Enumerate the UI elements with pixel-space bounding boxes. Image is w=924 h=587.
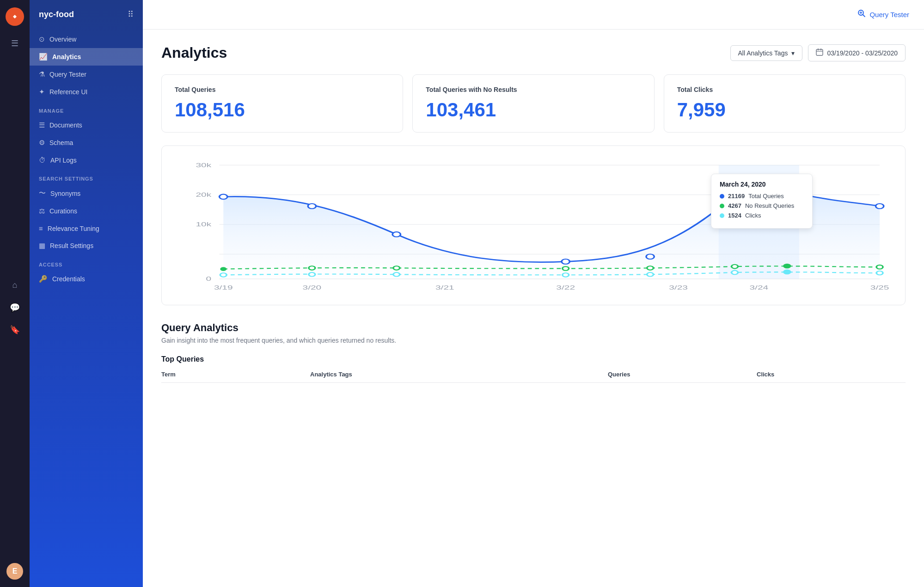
chart-tooltip: March 24, 2020 21169 Total Queries 4267 … bbox=[711, 174, 813, 229]
hamburger-icon[interactable]: ☰ bbox=[6, 35, 23, 52]
svg-point-29 bbox=[393, 266, 400, 270]
stat-card-clicks: Total Clicks 7,959 bbox=[664, 74, 906, 133]
tooltip-dot-noresult bbox=[720, 204, 724, 208]
user-avatar[interactable]: E bbox=[6, 563, 23, 580]
query-tester-button[interactable]: Query Tester bbox=[857, 9, 909, 20]
sidebar-item-label-result-settings: Result Settings bbox=[50, 242, 93, 249]
documents-icon: ☰ bbox=[39, 121, 45, 129]
svg-rect-5 bbox=[816, 49, 823, 55]
chat-icon[interactable]: 💬 bbox=[6, 299, 23, 316]
relevance-tuning-icon: ≡ bbox=[39, 224, 43, 232]
app-name: nyc-food bbox=[39, 10, 74, 19]
bookmark-icon[interactable]: 🔖 bbox=[6, 321, 23, 338]
svg-point-39 bbox=[647, 272, 654, 277]
grid-icon[interactable]: ⠿ bbox=[128, 9, 134, 19]
chart-container: 30k 20k 10k 0 bbox=[161, 145, 906, 305]
tooltip-dot-clicks bbox=[720, 213, 724, 218]
tooltip-row-noresult: 4267 No Result Queries bbox=[720, 202, 804, 209]
date-range-label: 03/19/2020 - 03/25/2020 bbox=[827, 49, 898, 57]
icon-bar: ☰ ⌂ 💬 🔖 E bbox=[0, 0, 30, 587]
overview-icon: ⊙ bbox=[39, 35, 45, 43]
tooltip-queries-label: Total Queries bbox=[748, 193, 784, 200]
sidebar-nav: ⊙ Overview 📈 Analytics ⚗ Query Tester ✦ … bbox=[30, 27, 143, 291]
query-tester-topbar-icon bbox=[857, 9, 866, 20]
svg-point-26 bbox=[875, 204, 883, 209]
tags-dropdown-button[interactable]: All Analytics Tags ▾ bbox=[730, 45, 803, 61]
query-analytics-section: Query Analytics Gain insight into the mo… bbox=[161, 322, 906, 383]
analytics-icon: 📈 bbox=[39, 53, 48, 61]
calendar-icon bbox=[816, 48, 823, 57]
header-controls: All Analytics Tags ▾ 03/19/2020 - 03/25/… bbox=[730, 44, 906, 61]
tooltip-clicks-label: Clicks bbox=[745, 212, 761, 219]
stat-label-1: Total Queries with No Results bbox=[426, 86, 641, 93]
stat-value-2: 7,959 bbox=[677, 99, 892, 121]
svg-text:3/20: 3/20 bbox=[303, 284, 322, 291]
table-header-term: Term bbox=[161, 371, 310, 378]
table-header-clicks: Clicks bbox=[757, 371, 906, 378]
svg-point-40 bbox=[732, 271, 738, 275]
main-content: Query Tester Analytics All Analytics Tag… bbox=[143, 0, 924, 587]
sidebar-item-label-relevance-tuning: Relevance Tuning bbox=[48, 225, 99, 232]
stat-card-no-results: Total Queries with No Results 103,461 bbox=[412, 74, 654, 133]
tooltip-clicks-val: 1524 bbox=[728, 212, 741, 219]
sidebar-item-documents[interactable]: ☰ Documents bbox=[30, 116, 143, 134]
section-label-search-settings: Search Settings bbox=[30, 169, 143, 184]
svg-point-30 bbox=[563, 266, 569, 271]
top-queries-label: Top Queries bbox=[161, 355, 906, 363]
sidebar-item-overview[interactable]: ⊙ Overview bbox=[30, 30, 143, 48]
sidebar-item-query-tester[interactable]: ⚗ Query Tester bbox=[30, 66, 143, 83]
tooltip-row-clicks: 1524 Clicks bbox=[720, 212, 804, 219]
sidebar-item-relevance-tuning[interactable]: ≡ Relevance Tuning bbox=[30, 220, 143, 237]
app-logo[interactable] bbox=[6, 7, 24, 26]
section-label-access: Access bbox=[30, 254, 143, 270]
svg-text:3/21: 3/21 bbox=[435, 284, 454, 291]
sidebar-item-synonyms[interactable]: 〜 Synonyms bbox=[30, 184, 143, 202]
svg-text:30k: 30k bbox=[196, 162, 211, 169]
result-settings-icon: ▦ bbox=[39, 242, 45, 250]
query-analytics-title: Query Analytics bbox=[161, 322, 906, 334]
query-analytics-desc: Gain insight into the most frequent quer… bbox=[161, 337, 906, 344]
svg-point-28 bbox=[309, 266, 315, 270]
svg-text:20k: 20k bbox=[196, 191, 211, 198]
page-header: Analytics All Analytics Tags ▾ bbox=[161, 44, 906, 61]
sidebar-item-label-documents: Documents bbox=[49, 121, 82, 129]
svg-point-20 bbox=[308, 204, 316, 209]
section-label-manage: Manage bbox=[30, 101, 143, 116]
synonyms-icon: 〜 bbox=[39, 189, 46, 198]
svg-text:3/25: 3/25 bbox=[870, 284, 889, 291]
stat-cards: Total Queries 108,516 Total Queries with… bbox=[161, 74, 906, 133]
svg-point-19 bbox=[220, 194, 227, 200]
svg-point-21 bbox=[392, 232, 400, 237]
sidebar-item-credentials[interactable]: 🔑 Credentials bbox=[30, 270, 143, 288]
svg-point-27 bbox=[220, 267, 226, 271]
topbar: Query Tester bbox=[143, 0, 924, 30]
svg-point-35 bbox=[220, 273, 226, 277]
reference-ui-icon: ✦ bbox=[39, 88, 45, 96]
tooltip-date: March 24, 2020 bbox=[720, 181, 804, 188]
schema-icon: ⚙ bbox=[39, 139, 45, 147]
stat-value-1: 103,461 bbox=[426, 99, 641, 121]
tooltip-queries-val: 21169 bbox=[728, 193, 745, 200]
stat-label-2: Total Clicks bbox=[677, 86, 892, 93]
sidebar-item-curations[interactable]: ⚖ Curations bbox=[30, 202, 143, 220]
tags-dropdown-label: All Analytics Tags bbox=[738, 49, 788, 57]
sidebar-item-schema[interactable]: ⚙ Schema bbox=[30, 134, 143, 151]
stat-card-total-queries: Total Queries 108,516 bbox=[161, 74, 403, 133]
sidebar-item-result-settings[interactable]: ▦ Result Settings bbox=[30, 237, 143, 254]
sidebar-item-reference-ui[interactable]: ✦ Reference UI bbox=[30, 83, 143, 101]
svg-text:3/22: 3/22 bbox=[556, 284, 575, 291]
svg-text:0: 0 bbox=[206, 275, 211, 282]
stat-value-0: 108,516 bbox=[175, 99, 390, 121]
sidebar-item-label-analytics: Analytics bbox=[52, 53, 81, 61]
content-area: Analytics All Analytics Tags ▾ bbox=[143, 30, 924, 587]
sidebar-item-api-logs[interactable]: ⏱ API Logs bbox=[30, 151, 143, 169]
svg-line-2 bbox=[863, 15, 865, 17]
svg-point-23 bbox=[646, 254, 654, 259]
home-icon[interactable]: ⌂ bbox=[6, 277, 23, 294]
date-range-button[interactable]: 03/19/2020 - 03/25/2020 bbox=[808, 44, 906, 61]
sidebar-item-analytics[interactable]: 📈 Analytics bbox=[30, 48, 143, 66]
stat-label-0: Total Queries bbox=[175, 86, 390, 93]
svg-point-34 bbox=[876, 265, 883, 269]
sidebar-item-label-query-tester: Query Tester bbox=[49, 71, 86, 78]
tooltip-dot-queries bbox=[720, 194, 724, 199]
